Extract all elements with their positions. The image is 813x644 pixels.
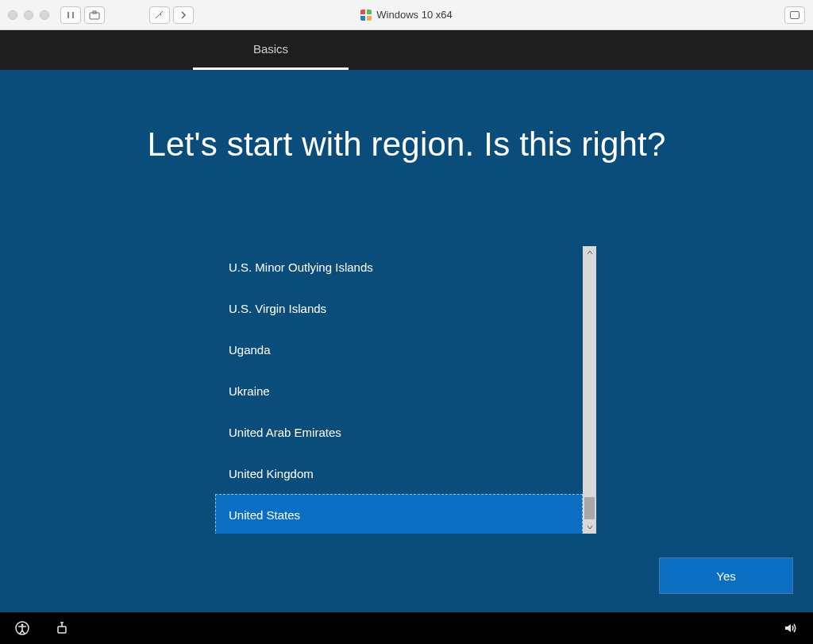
oobe-body: Let's start with region. Is this right? … <box>0 70 813 612</box>
oobe-topbar: Basics <box>0 30 813 70</box>
region-item[interactable]: United Kingdom <box>215 453 583 494</box>
region-item-label: United Kingdom <box>229 467 314 480</box>
ime-icon[interactable] <box>54 620 70 636</box>
zoom-window-dot[interactable] <box>40 10 49 20</box>
guest-os: Basics Let's start with region. Is this … <box>0 30 813 644</box>
host-toolbar-group-left <box>60 6 105 24</box>
svg-point-4 <box>21 624 24 627</box>
close-window-dot[interactable] <box>8 10 17 20</box>
window-traffic-lights <box>8 10 49 20</box>
tab-basics-label: Basics <box>253 42 288 56</box>
region-list[interactable]: U.S. Minor Outlying IslandsU.S. Virgin I… <box>215 246 583 534</box>
scroll-down-arrow-icon[interactable] <box>583 521 596 534</box>
region-item[interactable]: United States <box>215 494 583 534</box>
oobe-bottombar <box>0 612 813 644</box>
region-item[interactable]: Uganda <box>215 329 583 370</box>
pause-vm-button[interactable] <box>60 6 81 24</box>
region-item[interactable]: U.S. Virgin Islands <box>215 287 583 329</box>
fullscreen-button[interactable] <box>784 6 805 24</box>
minimize-window-dot[interactable] <box>24 10 33 20</box>
forward-button[interactable] <box>173 6 194 24</box>
snapshot-button[interactable] <box>84 6 105 24</box>
oobe-heading: Let's start with region. Is this right? <box>0 125 813 164</box>
yes-button-label: Yes <box>716 569 735 583</box>
region-item[interactable]: United Arab Emirates <box>215 411 583 453</box>
volume-icon[interactable] <box>783 620 799 636</box>
vm-host-toolbar: Windows 10 x64 <box>0 0 813 30</box>
vm-title: Windows 10 x64 <box>0 0 813 29</box>
region-item-label: Ukraine <box>229 384 270 398</box>
region-item[interactable]: Ukraine <box>215 370 583 411</box>
svg-rect-5 <box>58 627 66 633</box>
region-item-label: U.S. Virgin Islands <box>229 302 326 315</box>
scroll-up-arrow-icon[interactable] <box>583 246 596 259</box>
vm-title-text: Windows 10 x64 <box>376 9 452 21</box>
tab-basics[interactable]: Basics <box>193 30 349 70</box>
svg-rect-2 <box>791 11 800 18</box>
region-item-label: Uganda <box>229 343 271 357</box>
region-item[interactable]: U.S. Minor Outlying Islands <box>215 246 583 287</box>
region-item-label: U.S. Minor Outlying Islands <box>229 260 373 274</box>
region-item-label: United States <box>229 508 300 522</box>
region-list-container: U.S. Minor Outlying IslandsU.S. Virgin I… <box>215 246 596 534</box>
region-item-label: United Arab Emirates <box>229 426 341 439</box>
scroll-track[interactable] <box>583 259 596 521</box>
settings-button[interactable] <box>149 6 170 24</box>
host-toolbar-group-tools <box>149 6 194 24</box>
windows-logo-icon <box>360 10 372 21</box>
region-scrollbar[interactable] <box>583 246 596 534</box>
scroll-thumb[interactable] <box>584 497 595 519</box>
host-toolbar-group-right <box>784 6 805 24</box>
ease-of-access-icon[interactable] <box>14 620 30 636</box>
yes-button[interactable]: Yes <box>660 558 792 593</box>
